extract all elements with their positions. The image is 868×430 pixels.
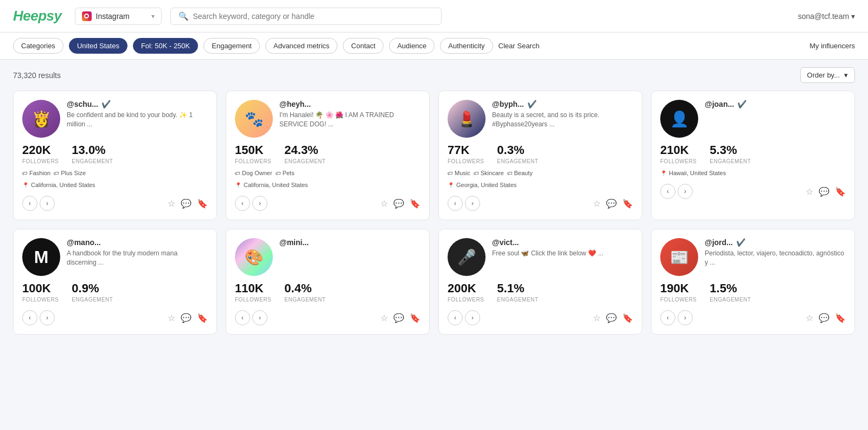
- avatar: 🎨: [235, 238, 273, 276]
- prev-button[interactable]: ‹: [235, 310, 250, 325]
- next-button[interactable]: ›: [252, 196, 267, 211]
- bookmark-icon[interactable]: 🔖: [197, 198, 208, 209]
- prev-button[interactable]: ‹: [448, 196, 463, 211]
- filter-united-states[interactable]: United States: [69, 38, 127, 54]
- logo: Heepsy: [13, 8, 62, 24]
- action-icons: ☆ 💬 🔖: [806, 187, 846, 197]
- comment-icon[interactable]: 💬: [181, 313, 192, 323]
- action-icons: ☆ 💬 🔖: [168, 198, 208, 209]
- handle[interactable]: @heyh...: [279, 100, 311, 108]
- card-info: @mini...: [279, 238, 420, 249]
- verified-icon: ✔️: [101, 100, 111, 108]
- next-button[interactable]: ›: [252, 310, 267, 325]
- tags-row: Dog OwnerPets: [235, 170, 420, 176]
- filter-categories[interactable]: Categories: [13, 38, 63, 54]
- clear-search-button[interactable]: Clear Search: [499, 42, 540, 50]
- followers-stat: 200K FOLLOWERS: [448, 281, 484, 303]
- bookmark-icon[interactable]: 🔖: [197, 313, 208, 323]
- card-top: M @mano... A handbook for the truly mode…: [22, 238, 208, 276]
- platform-selector[interactable]: Instagram ▾: [75, 8, 162, 25]
- bookmark-icon[interactable]: 🔖: [622, 198, 633, 209]
- star-icon[interactable]: ☆: [806, 187, 813, 197]
- influencer-card: 👸 @schu... ✔️ Be confident and be kind t…: [13, 91, 217, 220]
- handle[interactable]: @schu...: [67, 100, 98, 108]
- filter-contact[interactable]: Contact: [343, 38, 384, 54]
- platform-label: Instagram: [96, 12, 130, 21]
- user-chevron-icon: ▾: [851, 12, 855, 21]
- bio: Free soul 🦋 Click the link below ❤️ ...: [492, 249, 633, 258]
- comment-icon[interactable]: 💬: [606, 313, 617, 323]
- comment-icon[interactable]: 💬: [819, 187, 829, 197]
- user-menu[interactable]: sona@tcf.team ▾: [798, 12, 855, 21]
- action-icons: ☆ 💬 🔖: [168, 313, 208, 323]
- order-by-dropdown[interactable]: Order by... ▾: [800, 67, 855, 83]
- filter-authenticity[interactable]: Authenticity: [440, 38, 493, 54]
- handle[interactable]: @vict...: [492, 238, 519, 247]
- engagement-value: 5.1%: [497, 281, 538, 296]
- card-actions: ‹ › ☆ 💬 🔖: [22, 196, 208, 211]
- filter-followers[interactable]: Fol: 50K - 250K: [133, 38, 198, 54]
- bookmark-icon[interactable]: 🔖: [410, 198, 420, 209]
- comment-icon[interactable]: 💬: [393, 313, 404, 323]
- handle[interactable]: @mano...: [67, 238, 101, 247]
- followers-stat: 110K FOLLOWERS: [235, 281, 271, 303]
- next-button[interactable]: ›: [465, 196, 480, 211]
- handle[interactable]: @byph...: [492, 100, 524, 108]
- comment-icon[interactable]: 💬: [181, 198, 192, 209]
- next-button[interactable]: ›: [678, 184, 693, 199]
- engagement-stat: 0.4% ENGAGEMENT: [284, 281, 326, 303]
- star-icon[interactable]: ☆: [593, 198, 601, 209]
- search-input[interactable]: [193, 12, 433, 21]
- card-info: @heyh... I'm Hanalei! 🌴 🌸 🌺 I AM A TRAIN…: [279, 100, 420, 129]
- filter-audience[interactable]: Audience: [389, 38, 435, 54]
- next-button[interactable]: ›: [40, 196, 55, 211]
- card-info: @schu... ✔️ Be confident and be kind to …: [67, 100, 208, 129]
- prev-button[interactable]: ‹: [22, 196, 37, 211]
- next-button[interactable]: ›: [678, 310, 693, 325]
- engagement-label: ENGAGEMENT: [72, 158, 113, 164]
- comment-icon[interactable]: 💬: [393, 198, 404, 209]
- prev-button[interactable]: ‹: [660, 310, 675, 325]
- star-icon[interactable]: ☆: [380, 313, 388, 323]
- bookmark-icon[interactable]: 🔖: [835, 313, 846, 323]
- search-bar[interactable]: 🔍: [170, 8, 442, 25]
- engagement-stat: 0.3% ENGAGEMENT: [497, 143, 538, 164]
- filter-engagement[interactable]: Engagement: [203, 38, 260, 54]
- engagement-stat: 13.0% ENGAGEMENT: [72, 143, 113, 164]
- followers-stat: 210K FOLLOWERS: [660, 143, 697, 164]
- comment-icon[interactable]: 💬: [606, 198, 617, 209]
- engagement-label: ENGAGEMENT: [284, 297, 326, 303]
- next-button[interactable]: ›: [40, 310, 55, 325]
- star-icon[interactable]: ☆: [593, 313, 601, 323]
- bookmark-icon[interactable]: 🔖: [835, 187, 846, 197]
- star-icon[interactable]: ☆: [168, 198, 175, 209]
- filter-advanced-metrics[interactable]: Advanced metrics: [265, 38, 337, 54]
- tag: Plus Size: [54, 170, 86, 176]
- prev-button[interactable]: ‹: [22, 310, 37, 325]
- instagram-icon: [82, 11, 92, 21]
- handle[interactable]: @jord...: [705, 238, 733, 247]
- star-icon[interactable]: ☆: [806, 313, 813, 323]
- results-header: 73,320 results Order by... ▾: [0, 60, 868, 91]
- engagement-value: 1.5%: [710, 281, 751, 296]
- prev-button[interactable]: ‹: [660, 184, 675, 199]
- followers-label: FOLLOWERS: [235, 158, 271, 164]
- star-icon[interactable]: ☆: [380, 198, 388, 209]
- nav-buttons: ‹ ›: [235, 310, 267, 325]
- handle[interactable]: @mini...: [279, 238, 309, 247]
- handle[interactable]: @joan...: [705, 100, 734, 108]
- bio: Beauty is a secret, and so is its price.…: [492, 111, 633, 129]
- prev-button[interactable]: ‹: [235, 196, 250, 211]
- handle-row: @heyh...: [279, 100, 420, 108]
- comment-icon[interactable]: 💬: [819, 313, 829, 323]
- influencer-card: 🐾 @heyh... I'm Hanalei! 🌴 🌸 🌺 I AM A TRA…: [226, 91, 430, 220]
- followers-label: FOLLOWERS: [448, 297, 484, 303]
- next-button[interactable]: ›: [465, 310, 480, 325]
- bookmark-icon[interactable]: 🔖: [410, 313, 420, 323]
- prev-button[interactable]: ‹: [448, 310, 463, 325]
- star-icon[interactable]: ☆: [168, 313, 175, 323]
- bookmark-icon[interactable]: 🔖: [622, 313, 633, 323]
- location: Hawaii, United States: [660, 170, 846, 176]
- engagement-stat: 24.3% ENGAGEMENT: [284, 143, 326, 164]
- my-influencers-link[interactable]: My influencers: [809, 42, 855, 50]
